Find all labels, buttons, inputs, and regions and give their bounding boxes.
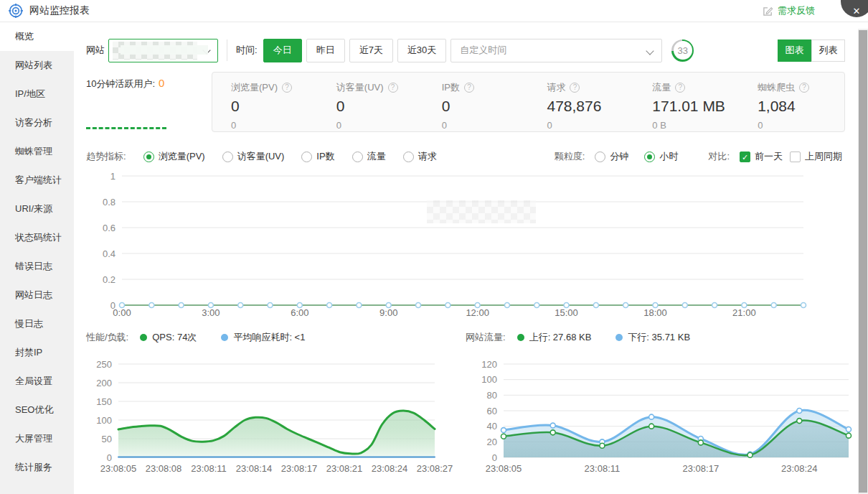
- sidebar-item[interactable]: 错误日志: [0, 252, 74, 281]
- trend-metric-option[interactable]: IP数: [301, 150, 334, 163]
- help-icon[interactable]: ?: [282, 83, 292, 93]
- time-button[interactable]: 近7天: [349, 39, 393, 62]
- time-button[interactable]: 昨日: [306, 39, 345, 62]
- radio-icon: [301, 152, 312, 162]
- svg-text:0.6: 0.6: [103, 223, 115, 233]
- sidebar-item[interactable]: 客户端统计: [0, 166, 74, 195]
- sidebar-item[interactable]: 封禁IP: [0, 338, 74, 367]
- app-header: 网站监控报表 需求反馈: [0, 0, 868, 22]
- view-button[interactable]: 图表: [778, 39, 811, 62]
- help-icon[interactable]: ?: [570, 83, 580, 93]
- main-content: 网站 时间: 今日昨日近7天近30天 自定义时间 33 图表列表 10分钟活跃用…: [74, 22, 868, 494]
- legend-dot: [221, 334, 228, 341]
- legend-label: 平均响应耗时: <1: [233, 331, 305, 344]
- stat-label: IP数: [442, 81, 460, 94]
- legend-item[interactable]: 平均响应耗时: <1: [221, 331, 305, 344]
- stat-label: 访客量(UV): [336, 81, 384, 94]
- edit-icon: [763, 6, 773, 17]
- stat-value: 171.01 MB: [652, 98, 739, 115]
- svg-text:23:08:27: 23:08:27: [417, 463, 453, 474]
- legend-dot: [517, 334, 524, 341]
- custom-time-select[interactable]: 自定义时间: [450, 39, 662, 62]
- sidebar-item[interactable]: IP/地区: [0, 80, 74, 108]
- svg-text:23:08:05: 23:08:05: [486, 463, 522, 474]
- svg-text:23:08:11: 23:08:11: [191, 463, 227, 474]
- sidebar-item[interactable]: 大屏管理: [0, 424, 74, 453]
- compare-options: ✓前一天上周同期: [740, 150, 842, 163]
- stat-value: 1,084: [758, 98, 844, 115]
- legend-item[interactable]: 上行: 27.68 KB: [517, 331, 592, 344]
- radio-label: 浏览量(PV): [159, 150, 205, 163]
- sidebar-item[interactable]: 概览: [0, 22, 74, 51]
- active-users-value: 0: [159, 77, 164, 89]
- legend-item[interactable]: QPS: 74次: [140, 331, 197, 344]
- trend-metric-option[interactable]: 访客量(UV): [222, 150, 285, 163]
- traffic-title: 网站流量:: [466, 331, 506, 344]
- trend-right-group: 颗粒度: 分钟小时 对比: ✓前一天上周同期: [555, 150, 842, 163]
- scrollbar[interactable]: [858, 29, 868, 494]
- toolbar: 网站 时间: 今日昨日近7天近30天 自定义时间 33 图表列表: [86, 38, 845, 62]
- svg-text:120: 120: [481, 359, 497, 370]
- legend-item[interactable]: 下行: 35.71 KB: [615, 331, 690, 344]
- sidebar-item[interactable]: 慢日志: [0, 309, 74, 338]
- feedback-link[interactable]: 需求反馈: [763, 4, 815, 17]
- time-button[interactable]: 今日: [263, 39, 302, 62]
- target-logo-icon: [9, 4, 23, 18]
- time-button[interactable]: 近30天: [397, 39, 446, 62]
- chevron-down-icon: [646, 47, 654, 55]
- performance-legend-items: QPS: 74次平均响应耗时: <1: [140, 331, 329, 344]
- svg-text:23:08:11: 23:08:11: [585, 463, 621, 474]
- help-icon[interactable]: ?: [675, 83, 685, 93]
- stat-label: 请求: [547, 81, 565, 94]
- traffic-legend-items: 上行: 27.68 KB下行: 35.71 KB: [517, 331, 714, 344]
- toolbar-divider: [227, 39, 227, 61]
- close-icon: ✕: [853, 6, 861, 17]
- trend-metric-option[interactable]: 浏览量(PV): [143, 150, 205, 163]
- help-icon[interactable]: ?: [464, 83, 474, 93]
- stat-label: 蜘蛛爬虫: [758, 81, 795, 94]
- traffic-chart: 02040608010012023:08:0523:08:1123:08:172…: [466, 351, 853, 484]
- stat-label-row: 流量?: [652, 81, 739, 94]
- stat-label-row: 浏览量(PV)?: [231, 81, 318, 94]
- help-icon[interactable]: ?: [799, 83, 809, 93]
- sidebar-item[interactable]: 网站列表: [0, 51, 74, 80]
- svg-text:15:00: 15:00: [555, 307, 578, 318]
- help-icon[interactable]: ?: [388, 83, 398, 93]
- sidebar-item[interactable]: 蜘蛛管理: [0, 137, 74, 166]
- compare-option[interactable]: ✓前一天: [740, 150, 783, 163]
- sidebar-item[interactable]: 网站日志: [0, 281, 74, 309]
- svg-text:0: 0: [107, 452, 112, 463]
- stats-summary-card: 浏览量(PV)?00访客量(UV)?00IP数?00请求?478,8760流量?…: [212, 72, 845, 132]
- scrollbar-thumb[interactable]: [859, 30, 867, 493]
- svg-text:0.8: 0.8: [103, 197, 115, 208]
- trend-metric-group: 趋势指标: 浏览量(PV)访客量(UV)IP数流量请求: [86, 150, 437, 163]
- censor-overlay: [121, 45, 208, 55]
- compare-option[interactable]: 上周同期: [790, 150, 842, 163]
- sidebar-item[interactable]: SEO优化: [0, 396, 74, 424]
- svg-text:100: 100: [481, 374, 497, 385]
- svg-text:100: 100: [96, 415, 112, 426]
- legend-label: 上行: 27.68 KB: [529, 331, 592, 344]
- stat-sub-value: 0: [547, 120, 633, 131]
- svg-text:1: 1: [110, 171, 115, 182]
- sidebar-item[interactable]: 访客分析: [0, 108, 74, 137]
- granularity-option[interactable]: 小时: [644, 150, 678, 163]
- view-button[interactable]: 列表: [811, 39, 845, 62]
- stat-value: 0: [442, 98, 529, 115]
- radio-label: 访客量(UV): [237, 150, 285, 163]
- sidebar-item[interactable]: 全局设置: [0, 367, 74, 396]
- time-range-buttons: 今日昨日近7天近30天: [263, 39, 447, 62]
- performance-chart: 05010015020025023:08:0523:08:0823:08:112…: [86, 351, 460, 484]
- sidebar-item[interactable]: URI/来源: [0, 195, 74, 223]
- sidebar-item[interactable]: 状态码统计: [0, 223, 74, 252]
- granularity-option[interactable]: 分钟: [595, 150, 628, 163]
- stat-label-row: IP数?: [442, 81, 529, 94]
- svg-text:6:00: 6:00: [291, 307, 308, 318]
- stat-label-row: 蜘蛛爬虫?: [758, 81, 844, 94]
- svg-text:12:00: 12:00: [466, 307, 489, 318]
- trend-metric-option[interactable]: 请求: [403, 150, 437, 163]
- svg-text:23:08:08: 23:08:08: [146, 463, 182, 474]
- svg-text:60: 60: [487, 406, 497, 416]
- sidebar-item[interactable]: 统计服务: [0, 453, 74, 482]
- trend-metric-option[interactable]: 流量: [352, 150, 386, 163]
